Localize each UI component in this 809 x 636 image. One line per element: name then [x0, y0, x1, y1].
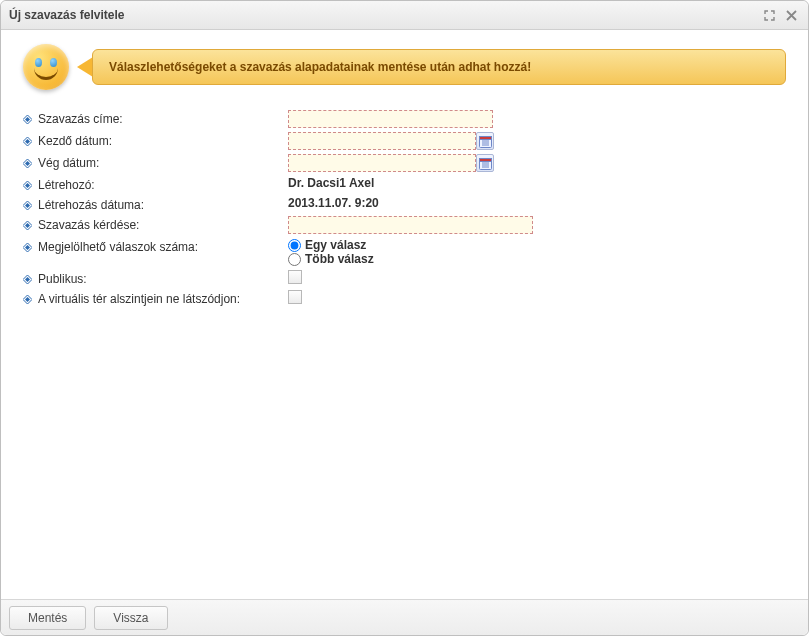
public-checkbox[interactable]	[288, 270, 302, 284]
bullet-icon	[23, 295, 32, 304]
calendar-icon[interactable]	[476, 132, 494, 150]
row-start-date: Kezdő dátum:	[23, 130, 786, 152]
bullet-icon	[23, 137, 32, 146]
smiley-icon	[23, 44, 69, 90]
value-created-at: 2013.11.07. 9:20	[288, 196, 379, 210]
dialog-window: Új szavazás felvitele Válaszlehetőségeke…	[0, 0, 809, 636]
save-button[interactable]: Mentés	[9, 606, 86, 630]
row-title: Szavazás címe:	[23, 108, 786, 130]
bullet-icon	[23, 243, 32, 252]
row-hide-sub: A virtuális tér alszintjein ne látszódjo…	[23, 288, 786, 308]
hint-box: Válaszlehetőségeket a szavazás alapadata…	[23, 44, 786, 90]
back-button[interactable]: Vissza	[94, 606, 167, 630]
row-created-at: Létrehozás dátuma: 2013.11.07. 9:20	[23, 194, 786, 214]
start-date-input[interactable]	[288, 132, 476, 150]
end-date-input[interactable]	[288, 154, 476, 172]
form: Szavazás címe: Kezdő dátum:	[23, 108, 786, 308]
hint-text: Válaszlehetőségeket a szavazás alapadata…	[92, 49, 786, 85]
label-public: Publikus:	[38, 272, 87, 286]
answer-multi-radio[interactable]	[288, 253, 301, 266]
speech-arrow-icon	[77, 57, 93, 77]
row-end-date: Vég dátum:	[23, 152, 786, 174]
titlebar: Új szavazás felvitele	[1, 1, 808, 30]
hide-sub-checkbox[interactable]	[288, 290, 302, 304]
row-creator: Létrehozó: Dr. Dacsi1 Axel	[23, 174, 786, 194]
label-creator: Létrehozó:	[38, 178, 95, 192]
label-end-date: Vég dátum:	[38, 156, 99, 170]
bullet-icon	[23, 275, 32, 284]
answer-multi-label[interactable]: Több válasz	[305, 252, 374, 266]
question-input[interactable]	[288, 216, 533, 234]
bullet-icon	[23, 159, 32, 168]
window-title: Új szavazás felvitele	[9, 8, 756, 22]
label-start-date: Kezdő dátum:	[38, 134, 112, 148]
svg-rect-1	[479, 136, 491, 139]
bullet-icon	[23, 221, 32, 230]
calendar-icon[interactable]	[476, 154, 494, 172]
bullet-icon	[23, 181, 32, 190]
svg-rect-6	[479, 158, 491, 161]
row-answer-count: Megjelölhető válaszok száma: Egy válasz …	[23, 236, 786, 268]
label-created-at: Létrehozás dátuma:	[38, 198, 144, 212]
answer-single-label[interactable]: Egy válasz	[305, 238, 366, 252]
answer-single-radio[interactable]	[288, 239, 301, 252]
dialog-footer: Mentés Vissza	[1, 599, 808, 635]
value-creator: Dr. Dacsi1 Axel	[288, 176, 374, 190]
bullet-icon	[23, 201, 32, 210]
label-answer-count: Megjelölhető válaszok száma:	[38, 240, 198, 254]
label-title: Szavazás címe:	[38, 112, 123, 126]
bullet-icon	[23, 115, 32, 124]
row-public: Publikus:	[23, 268, 786, 288]
close-icon[interactable]	[782, 6, 800, 24]
row-question: Szavazás kérdése:	[23, 214, 786, 236]
maximize-icon[interactable]	[760, 6, 778, 24]
label-hide-sub: A virtuális tér alszintjein ne látszódjo…	[38, 292, 240, 306]
label-question: Szavazás kérdése:	[38, 218, 139, 232]
dialog-content: Válaszlehetőségeket a szavazás alapadata…	[1, 30, 808, 599]
title-input[interactable]	[288, 110, 493, 128]
